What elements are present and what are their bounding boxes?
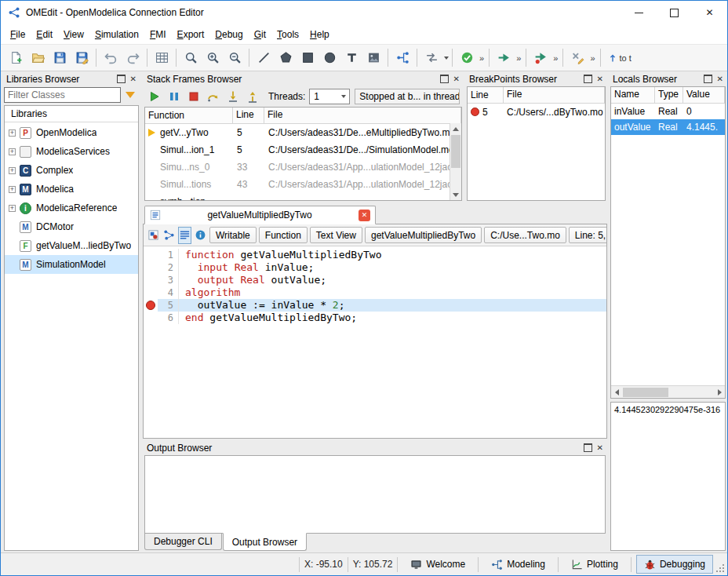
rectangle-tool-button[interactable]	[297, 47, 318, 69]
library-item-modelicaservices[interactable]: +ModelicaServices	[5, 142, 138, 161]
minimize-button[interactable]	[621, 1, 657, 24]
check-model-button[interactable]	[456, 47, 478, 69]
step-return-button[interactable]	[243, 87, 262, 106]
library-item-complex[interactable]: +CComplex	[5, 161, 138, 180]
library-item-dcmotor[interactable]: MDCMotor	[5, 217, 138, 236]
scrollbar-thumb[interactable]	[451, 135, 460, 168]
dropdown-caret-icon[interactable]	[444, 57, 449, 60]
text-view-button[interactable]	[178, 227, 191, 244]
column-file[interactable]: File	[264, 108, 461, 123]
code-line[interactable]: 6end getValueMultipliedByTwo;	[144, 312, 606, 324]
menu-view[interactable]: View	[58, 27, 89, 42]
library-item-modelica[interactable]: +MModelica	[5, 180, 138, 199]
menu-file[interactable]: File	[5, 27, 31, 42]
dock-float-button[interactable]	[584, 443, 592, 452]
column-line[interactable]: Line	[233, 108, 264, 123]
polygon-tool-button[interactable]	[275, 47, 297, 69]
resize-grip[interactable]	[715, 563, 726, 574]
filter-options-button[interactable]	[122, 87, 139, 103]
save-as-button[interactable]	[71, 47, 93, 69]
output-content[interactable]	[144, 455, 606, 534]
dock-float-button[interactable]	[584, 75, 592, 83]
ellipse-tool-button[interactable]	[318, 47, 340, 69]
menu-tools[interactable]: Tools	[271, 27, 304, 42]
simulate-button[interactable]	[493, 47, 515, 69]
breakpoint-margin[interactable]	[144, 299, 158, 312]
code-line[interactable]: 3 output Real outValue;	[144, 274, 606, 286]
dock-close-button[interactable]: ✕	[453, 75, 460, 83]
code-line[interactable]: 4algorithm	[144, 286, 606, 299]
dock-close-button[interactable]: ✕	[597, 75, 603, 83]
zoom-fit-button[interactable]	[180, 47, 202, 69]
menu-git[interactable]: Git	[249, 27, 271, 42]
column-type[interactable]: Type	[655, 87, 683, 103]
expander-icon[interactable]: +	[9, 129, 16, 137]
toolbar-extension-icon[interactable]: »	[515, 53, 522, 63]
menu-help[interactable]: Help	[304, 27, 335, 42]
stack-frame-row[interactable]: Simu...ns_033C:/Users/adeas31/App...ulat…	[145, 159, 461, 176]
text-tool-button[interactable]	[340, 47, 362, 69]
modeling-perspective-button[interactable]: Modeling	[483, 555, 553, 574]
expander-icon[interactable]: +	[9, 167, 16, 174]
menu-edit[interactable]: Edit	[31, 27, 58, 42]
resume-button[interactable]	[145, 87, 164, 106]
welcome-perspective-button[interactable]: Welcome	[402, 555, 473, 574]
code-line[interactable]: 2 input Real inValue;	[144, 261, 606, 274]
interrupt-button[interactable]	[165, 87, 184, 106]
expander-icon[interactable]: +	[9, 205, 16, 212]
expander-icon[interactable]: +	[9, 148, 16, 155]
open-file-button[interactable]	[27, 47, 49, 69]
code-line[interactable]: 5 outValue := inValue * 2;	[144, 299, 606, 312]
transformations-dropdown-button[interactable]	[420, 47, 442, 69]
expander-icon[interactable]: +	[9, 186, 16, 193]
library-item-modelicareference[interactable]: +iModelicaReference	[5, 199, 138, 217]
line-tool-button[interactable]	[253, 47, 275, 69]
dock-float-button[interactable]	[117, 75, 126, 83]
stop-debugger-button[interactable]	[184, 87, 203, 106]
save-button[interactable]	[49, 47, 71, 69]
scrollbar-thumb[interactable]	[623, 388, 668, 397]
tab-debugger-cli[interactable]: Debugger CLI	[144, 534, 222, 550]
dock-close-button[interactable]: ✕	[597, 444, 603, 452]
filter-classes-input[interactable]	[4, 87, 121, 103]
vertical-scrollbar[interactable]	[450, 123, 461, 200]
menu-fmi[interactable]: FMI	[144, 27, 172, 42]
stack-frame-row[interactable]: Simul...ion_15C:/Users/adeas31/De.../Sim…	[145, 141, 461, 159]
step-into-button[interactable]	[224, 87, 242, 106]
menu-debug[interactable]: Debug	[209, 27, 248, 42]
local-variable-row[interactable]: inValueReal0	[611, 104, 725, 119]
column-value[interactable]: Value	[683, 87, 725, 103]
simulate-to-time-button[interactable]: to t	[604, 47, 635, 69]
horizontal-scrollbar[interactable]	[611, 385, 725, 398]
grid-button[interactable]	[151, 47, 173, 69]
writable-toggle[interactable]: Writable	[209, 227, 257, 243]
dock-close-button[interactable]: ✕	[130, 75, 136, 83]
documentation-view-button[interactable]	[194, 227, 207, 244]
maximize-button[interactable]	[657, 1, 692, 24]
scroll-up-button[interactable]	[450, 123, 461, 134]
stack-frame-row[interactable]: getV...yTwo5C:/Users/adeas31/De...eMulti…	[145, 124, 461, 141]
redo-button[interactable]	[122, 47, 144, 69]
scroll-left-button[interactable]	[611, 387, 622, 398]
toolbar-extension-icon[interactable]: »	[588, 53, 596, 63]
local-variable-row[interactable]: outValueReal4.1445.	[611, 119, 725, 135]
threads-select[interactable]: 1	[309, 89, 350, 104]
simulate-debugger-button[interactable]	[530, 47, 551, 69]
toolbar-extension-icon[interactable]: »	[478, 53, 486, 63]
tab-output-browser[interactable]: Output Browser	[223, 533, 307, 551]
column-name[interactable]: Name	[611, 87, 655, 103]
step-over-button[interactable]	[204, 87, 223, 106]
scroll-right-button[interactable]	[714, 387, 725, 398]
menu-export[interactable]: Export	[172, 27, 210, 42]
dock-float-button[interactable]	[704, 75, 712, 83]
new-model-button[interactable]	[5, 47, 27, 69]
undo-button[interactable]	[100, 47, 122, 69]
stack-frame-row[interactable]: Simul...tions43C:/Users/adeas31/App...ul…	[145, 176, 461, 193]
library-item-openmodelica[interactable]: +POpenModelica	[5, 123, 138, 142]
scroll-down-button[interactable]	[450, 189, 461, 200]
zoom-out-button[interactable]	[224, 47, 246, 69]
stack-frame-row[interactable]: symb...tion	[145, 193, 461, 200]
tab-close-button[interactable]: ✕	[359, 210, 370, 221]
code-editor[interactable]: 1function getValueMultipliedByTwo2 input…	[144, 246, 606, 438]
simulation-setup-button[interactable]	[566, 47, 588, 69]
